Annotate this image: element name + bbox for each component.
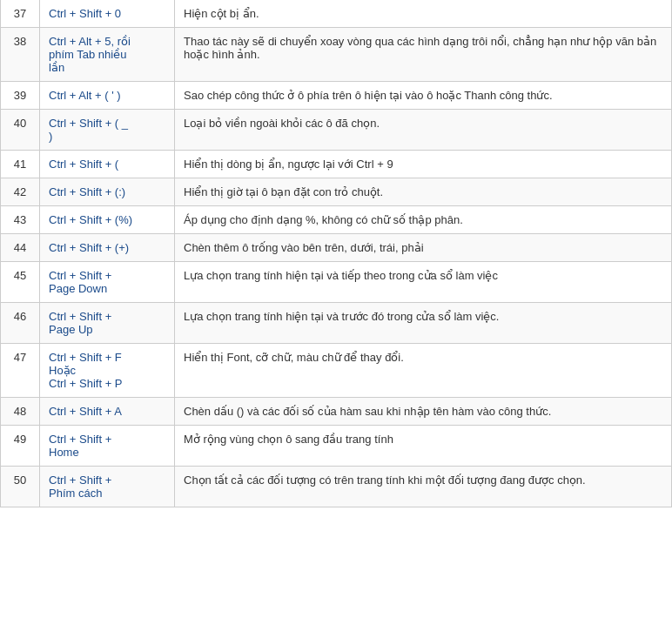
row-number: 50 <box>1 467 40 507</box>
row-number: 48 <box>1 398 40 426</box>
shortcut-key: Ctrl + Shift + Home <box>40 426 175 467</box>
table-row: 48Ctrl + Shift + AChèn dấu () và các đối… <box>1 398 672 426</box>
table-row: 39Ctrl + Alt + ( ' )Sao chép công thức ở… <box>1 82 672 110</box>
table-row: 42Ctrl + Shift + (:)Hiển thị giờ tại ô b… <box>1 178 672 206</box>
row-number: 40 <box>1 110 40 151</box>
shortcut-key: Ctrl + Shift + ( <box>40 151 175 178</box>
row-number: 49 <box>1 426 40 467</box>
shortcut-description: Chèn thêm ô trống vào bên trên, dưới, tr… <box>175 234 672 262</box>
shortcut-description: Hiển thị giờ tại ô bạn đặt con trỏ chuột… <box>175 178 672 206</box>
table-row: 41Ctrl + Shift + (Hiển thị dòng bị ẩn, n… <box>1 151 672 178</box>
shortcut-description: Thao tác này sẽ di chuyển xoay vòng qua … <box>175 28 672 82</box>
shortcut-key: Ctrl + Shift + 0 <box>40 0 175 28</box>
row-number: 42 <box>1 178 40 206</box>
shortcut-description: Áp dụng cho định dạng %, không có chữ số… <box>175 206 672 234</box>
shortcut-description: Sao chép công thức ở ô phía trên ô hiện … <box>175 82 672 110</box>
table-row: 38Ctrl + Alt + 5, rồi phím Tab nhiều lần… <box>1 28 672 82</box>
row-number: 41 <box>1 151 40 178</box>
shortcut-key: Ctrl + Alt + ( ' ) <box>40 82 175 110</box>
shortcut-key: Ctrl + Shift + ( _ ) <box>40 110 175 151</box>
table-row: 46Ctrl + Shift + Page UpLựa chọn trang t… <box>1 303 672 344</box>
row-number: 38 <box>1 28 40 82</box>
table-row: 43Ctrl + Shift + (%)Áp dụng cho định dạn… <box>1 206 672 234</box>
shortcut-description: Hiện cột bị ẩn. <box>175 0 672 28</box>
shortcuts-table: 37Ctrl + Shift + 0Hiện cột bị ẩn.38Ctrl … <box>0 0 672 507</box>
table-row: 49Ctrl + Shift + HomeMở rộng vùng chọn ô… <box>1 426 672 467</box>
shortcut-description: Hiển thị Font, cỡ chữ, màu chữ để thay đ… <box>175 344 672 398</box>
table-row: 47Ctrl + Shift + F Hoặc Ctrl + Shift + P… <box>1 344 672 398</box>
shortcut-key: Ctrl + Shift + F Hoặc Ctrl + Shift + P <box>40 344 175 398</box>
shortcut-description: Mở rộng vùng chọn ô sang đầu trang tính <box>175 426 672 467</box>
shortcut-key: Ctrl + Shift + Page Down <box>40 262 175 303</box>
shortcut-key: Ctrl + Shift + Page Up <box>40 303 175 344</box>
shortcut-description: Lựa chọn trang tính hiện tại và trước đó… <box>175 303 672 344</box>
table-row: 45Ctrl + Shift + Page DownLựa chọn trang… <box>1 262 672 303</box>
row-number: 44 <box>1 234 40 262</box>
shortcut-key: Ctrl + Alt + 5, rồi phím Tab nhiều lần <box>40 28 175 82</box>
shortcut-key: Ctrl + Shift + (+) <box>40 234 175 262</box>
row-number: 39 <box>1 82 40 110</box>
row-number: 47 <box>1 344 40 398</box>
shortcut-description: Hiển thị dòng bị ẩn, ngược lại với Ctrl … <box>175 151 672 178</box>
table-row: 37Ctrl + Shift + 0Hiện cột bị ẩn. <box>1 0 672 28</box>
table-row: 40Ctrl + Shift + ( _ )Loại bỏ viền ngoài… <box>1 110 672 151</box>
shortcut-description: Chọn tất cả các đối tượng có trên trang … <box>175 467 672 507</box>
shortcut-key: Ctrl + Shift + A <box>40 398 175 426</box>
row-number: 37 <box>1 0 40 28</box>
shortcut-description: Loại bỏ viền ngoài khỏi các ô đã chọn. <box>175 110 672 151</box>
shortcut-key: Ctrl + Shift + (:) <box>40 178 175 206</box>
row-number: 43 <box>1 206 40 234</box>
shortcut-key: Ctrl + Shift + (%) <box>40 206 175 234</box>
shortcut-description: Lựa chọn trang tính hiện tại và tiếp the… <box>175 262 672 303</box>
shortcut-description: Chèn dấu () và các đối số của hàm sau kh… <box>175 398 672 426</box>
shortcut-key: Ctrl + Shift + Phím cách <box>40 467 175 507</box>
row-number: 46 <box>1 303 40 344</box>
table-row: 44Ctrl + Shift + (+)Chèn thêm ô trống và… <box>1 234 672 262</box>
table-row: 50Ctrl + Shift + Phím cáchChọn tất cả cá… <box>1 467 672 507</box>
row-number: 45 <box>1 262 40 303</box>
